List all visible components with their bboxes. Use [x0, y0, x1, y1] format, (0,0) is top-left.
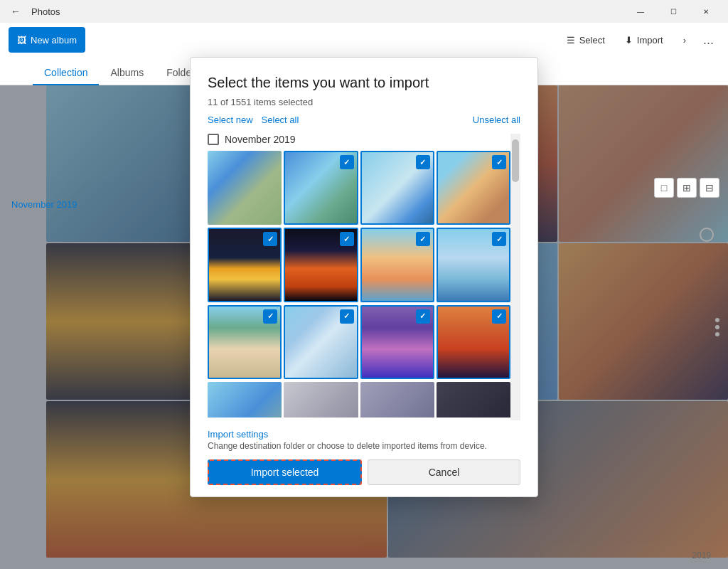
import-settings-desc: Change destination folder or choose to d… [208, 441, 520, 451]
photo-thumb-12[interactable]: ✓ [437, 305, 510, 379]
unselect-all-link[interactable]: Unselect all [473, 115, 520, 125]
maximize-button[interactable]: ☐ [657, 0, 690, 23]
photo-thumb-3[interactable]: ✓ [360, 151, 434, 225]
dialog-overlay: Select the items you want to import 11 o… [0, 57, 728, 569]
photos-area[interactable]: November 2019 ✓ ✓ [208, 134, 510, 420]
photo-thumb-15[interactable] [360, 382, 434, 418]
photo-thumb-4[interactable]: ✓ [437, 151, 510, 225]
import-button[interactable]: ⬇ Import [616, 27, 672, 53]
photo-grid-row-2: ✓ ✓ ✓ ✓ [208, 228, 510, 302]
minimize-button[interactable]: — [624, 0, 657, 23]
dialog-actions-row: Select new Select all Unselect all [208, 115, 520, 125]
photo-grid-row-3: ✓ ✓ ✓ ✓ [208, 305, 510, 379]
import-dialog: Select the items you want to import 11 o… [190, 57, 538, 497]
new-album-button[interactable]: 🖼 New album [9, 27, 85, 53]
more-options-button[interactable]: ... [697, 27, 719, 53]
select-button[interactable]: ☰ Select [558, 27, 614, 53]
import-icon: ⬇ [625, 35, 633, 46]
dialog-buttons: Import selected Cancel [208, 459, 520, 485]
photos-scroll-container: November 2019 ✓ ✓ [208, 134, 520, 420]
back-button[interactable]: ← [6, 1, 26, 21]
scrollbar-track[interactable] [510, 134, 520, 420]
photo-check-7: ✓ [416, 232, 430, 246]
expand-button[interactable]: › [675, 27, 695, 53]
month-row: November 2019 [208, 134, 510, 145]
new-album-icon: 🖼 [17, 35, 26, 46]
photo-thumb-11[interactable]: ✓ [360, 305, 434, 379]
photo-thumb-2[interactable]: ✓ [284, 151, 358, 225]
photo-thumb-10[interactable]: ✓ [284, 305, 358, 379]
app-title: Photos [31, 6, 60, 17]
month-label: November 2019 [225, 134, 296, 145]
close-button[interactable]: ✕ [690, 0, 722, 23]
photo-check-3: ✓ [416, 155, 430, 169]
photo-thumb-6[interactable]: ✓ [284, 228, 358, 302]
photo-grid-row-1: ✓ ✓ ✓ [208, 151, 510, 225]
titlebar-controls: — ☐ ✕ [624, 0, 722, 23]
photo-thumb-8[interactable]: ✓ [437, 228, 510, 302]
dialog-footer: Import settings Change destination folde… [191, 420, 537, 496]
photo-check-12: ✓ [492, 309, 506, 324]
photo-check-2: ✓ [340, 155, 354, 169]
import-settings-link[interactable]: Import settings [208, 429, 520, 440]
photo-check-8: ✓ [492, 232, 506, 246]
photo-thumb-7[interactable]: ✓ [360, 228, 434, 302]
app-toolbar: 🖼 New album ☰ Select ⬇ Import › ... [0, 23, 728, 57]
scrollbar-thumb[interactable] [512, 139, 519, 182]
photo-thumb-16[interactable] [437, 382, 510, 418]
photo-check-6: ✓ [340, 232, 354, 246]
more-dots-icon: ... [703, 33, 714, 48]
photo-thumb-14[interactable] [284, 382, 358, 418]
photo-check-11: ✓ [416, 309, 430, 324]
photo-thumb-5[interactable]: ✓ [208, 228, 282, 302]
photo-check-5: ✓ [263, 232, 277, 246]
photo-check-10: ✓ [340, 309, 354, 324]
photo-check-9: ✓ [263, 309, 277, 324]
dialog-content: Select the items you want to import 11 o… [191, 58, 537, 420]
titlebar: ← Photos — ☐ ✕ [0, 0, 728, 23]
cancel-button[interactable]: Cancel [368, 459, 520, 485]
dialog-count: 11 of 1551 items selected [208, 97, 520, 107]
dialog-title: Select the items you want to import [208, 75, 520, 91]
photo-thumb-9[interactable]: ✓ [208, 305, 282, 379]
month-checkbox[interactable] [208, 134, 219, 145]
select-new-link[interactable]: Select new [208, 115, 253, 125]
import-selected-button[interactable]: Import selected [208, 459, 362, 485]
select-all-link[interactable]: Select all [262, 115, 299, 125]
select-icon: ☰ [567, 35, 575, 46]
photo-check-4: ✓ [492, 155, 506, 169]
photo-grid-row-4 [208, 382, 510, 418]
photo-thumb-1[interactable] [208, 151, 282, 225]
photo-thumb-13[interactable] [208, 382, 282, 418]
